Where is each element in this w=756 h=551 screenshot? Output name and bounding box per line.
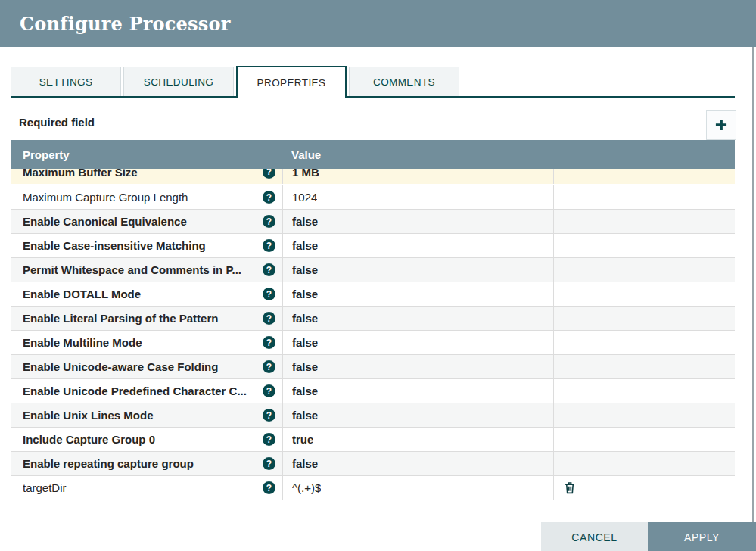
table-row[interactable]: Enable Literal Parsing of the Pattern ? … [11,307,735,331]
property-name-cell: Enable Unix Lines Mode ? [11,403,282,427]
required-field-label: Required field [19,116,95,129]
property-name: Enable Unicode-aware Case Folding [23,360,257,373]
property-value-cell[interactable]: false [282,403,553,427]
property-value-cell[interactable]: false [282,355,553,378]
question-mark-icon[interactable]: ? [263,169,275,179]
property-value-cell[interactable]: false [282,210,553,233]
property-name: Enable Canonical Equivalence [23,215,257,228]
question-mark-icon[interactable]: ? [263,481,275,494]
tab-label: COMMENTS [373,76,435,88]
property-actions-cell [553,258,735,282]
table-body: Maximum Buffer Size ? 1 MB Maximum Captu… [11,169,735,500]
question-mark-icon[interactable]: ? [263,215,275,228]
table-row[interactable]: Maximum Buffer Size ? 1 MB [11,169,735,184]
table-row[interactable]: Permit Whitespace and Comments in P... ?… [11,258,735,282]
property-name: Maximum Capture Group Length [23,191,257,204]
property-actions-cell [553,282,735,306]
delete-property-button[interactable] [554,481,576,494]
question-mark-icon[interactable]: ? [263,239,275,252]
table-row[interactable]: Enable Case-insensitive Matching ? false [11,234,735,258]
clipped-row-viewport: Maximum Buffer Size ? 1 MB [11,169,735,185]
table-row[interactable]: Enable repeating capture group ? false [11,452,735,476]
question-mark-icon[interactable]: ? [263,360,275,373]
tab-comments[interactable]: COMMENTS [349,67,459,96]
property-actions-cell [553,185,735,209]
property-value: false [292,312,318,325]
cancel-button[interactable]: CANCEL [541,522,648,551]
table-row[interactable]: Enable Unicode-aware Case Folding ? fals… [11,355,735,379]
table-row[interactable]: Enable Unicode Predefined Character C...… [11,379,735,403]
property-value: false [292,336,318,349]
tab-properties[interactable]: PROPERTIES [236,66,347,98]
property-actions-cell [553,379,735,403]
dialog-title: Configure Processor [20,13,231,35]
property-value-cell[interactable]: true [282,428,553,451]
property-name-cell: Enable Literal Parsing of the Pattern ? [11,307,282,330]
table-row[interactable]: Enable Canonical Equivalence ? false [11,210,735,234]
property-actions-cell [553,452,735,475]
property-actions-cell [553,355,735,378]
table-row[interactable]: Enable Multiline Mode ? false [11,331,735,355]
property-value-cell[interactable]: 1024 [282,185,553,209]
property-value: 1 MB [292,169,319,179]
table-row[interactable]: Maximum Capture Group Length ? 1024 [11,185,735,210]
property-actions-cell [553,428,735,451]
property-value-cell[interactable]: false [282,331,553,354]
property-value: false [292,239,318,252]
property-name: Enable Literal Parsing of the Pattern [23,312,257,325]
property-name-cell: Include Capture Group 0 ? [11,428,282,451]
property-value-cell[interactable]: false [282,307,553,330]
question-mark-icon[interactable]: ? [263,409,275,422]
apply-button[interactable]: APPLY [648,522,756,551]
tab-scheduling[interactable]: SCHEDULING [123,67,234,96]
question-mark-icon[interactable]: ? [263,433,275,446]
tab-label: PROPERTIES [257,77,326,89]
property-actions-cell [553,403,735,427]
property-name: Enable Case-insensitive Matching [23,239,257,252]
question-mark-icon[interactable]: ? [263,336,275,349]
property-name-cell: Enable repeating capture group ? [11,452,282,475]
property-value-cell[interactable]: false [282,379,553,403]
property-value-cell[interactable]: false [282,452,553,475]
property-value: false [292,360,318,373]
question-mark-icon[interactable]: ? [263,457,275,470]
property-value: false [292,288,318,300]
property-name-cell: targetDir ? [11,476,282,500]
property-name-cell: Maximum Buffer Size ? [11,169,282,184]
property-value: ^(.+)$ [292,481,321,494]
question-mark-icon[interactable]: ? [263,263,275,276]
dialog-header: Configure Processor [0,0,756,47]
property-name-cell: Enable Unicode Predefined Character C...… [11,379,282,403]
tab-bar: SETTINGS SCHEDULING PROPERTIES COMMENTS [11,67,459,98]
table-row[interactable]: Enable DOTALL Mode ? false [11,282,735,307]
table-row[interactable]: Enable Unix Lines Mode ? false [11,403,735,428]
property-value-cell[interactable]: false [282,258,553,282]
property-value: false [292,215,318,228]
add-property-button[interactable] [706,110,736,140]
property-value-cell[interactable]: false [282,282,553,306]
property-name: Enable DOTALL Mode [23,288,257,300]
plus-icon [714,117,729,132]
property-value-cell[interactable]: ^(.+)$ [282,476,553,500]
property-actions-cell [553,210,735,233]
property-name: targetDir [23,481,257,494]
property-name-cell: Enable DOTALL Mode ? [11,282,282,306]
question-mark-icon[interactable]: ? [263,312,275,325]
question-mark-icon[interactable]: ? [263,288,275,300]
tab-settings[interactable]: SETTINGS [11,67,121,96]
table-header-row: Property Value [11,140,735,169]
trash-icon [564,481,576,494]
property-value-cell[interactable]: false [282,234,553,257]
property-name: Include Capture Group 0 [23,433,257,446]
question-mark-icon[interactable]: ? [263,191,275,204]
property-name: Enable Unix Lines Mode [23,409,257,422]
property-name-cell: Permit Whitespace and Comments in P... ? [11,258,282,282]
question-mark-icon[interactable]: ? [263,384,275,397]
table-row[interactable]: targetDir ? ^(.+)$ [11,476,735,500]
property-value-cell[interactable]: 1 MB [282,169,553,184]
table-row[interactable]: Include Capture Group 0 ? true [11,428,735,452]
property-value: 1024 [292,191,317,204]
property-name: Maximum Buffer Size [23,169,257,179]
property-name-cell: Enable Multiline Mode ? [11,331,282,354]
property-name: Permit Whitespace and Comments in P... [23,263,257,276]
